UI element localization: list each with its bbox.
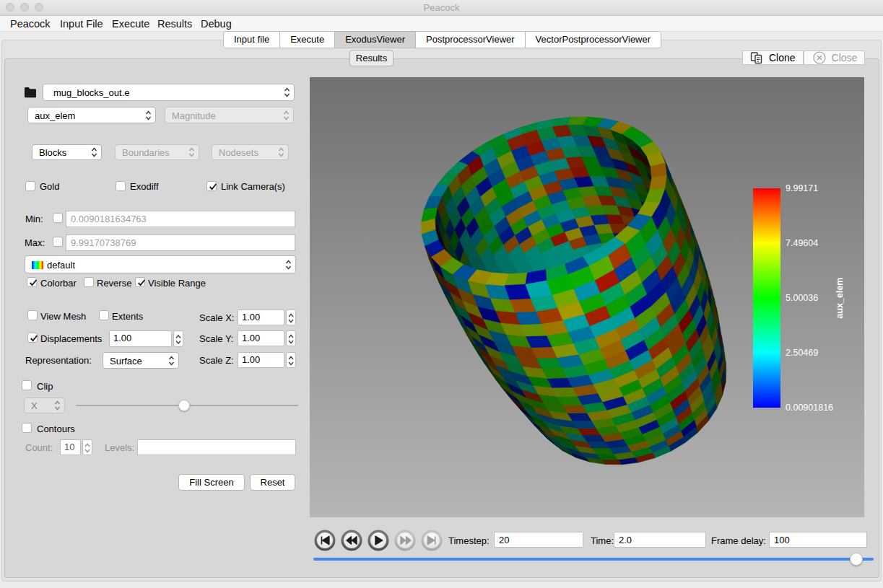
svg-text:0.00901816: 0.00901816 — [786, 403, 833, 413]
svg-text:9.99171: 9.99171 — [786, 183, 818, 193]
svg-text:aux_elem: aux_elem — [835, 278, 845, 319]
svg-text:2.50469: 2.50469 — [786, 348, 818, 358]
svg-text:5.00036: 5.00036 — [786, 293, 818, 303]
svg-text:7.49604: 7.49604 — [786, 238, 818, 248]
